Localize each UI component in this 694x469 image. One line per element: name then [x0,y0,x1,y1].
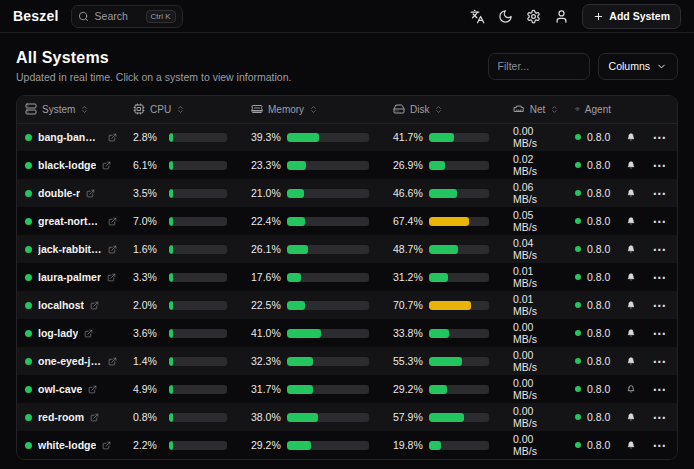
column-header-system[interactable]: System [17,96,125,123]
net-value: 0.00 MB/s [513,405,537,429]
alerts-bell-icon[interactable] [627,355,635,367]
table-row[interactable]: red-room 0.8% 38.0% 57.9% 0.00 MB/s 0.8.… [17,403,677,431]
net-value: 0.01 MB/s [513,265,537,289]
settings-icon[interactable] [526,9,541,24]
theme-toggle-icon[interactable] [498,9,513,24]
system-status-dot [25,358,32,365]
disk-value: 29.2% [393,383,422,395]
filter-input[interactable] [488,53,590,80]
net-value: 0.06 MB/s [513,181,537,205]
table-row[interactable]: black-lodge 6.1% 23.3% 26.9% 0.02 MB/s 0… [17,151,677,179]
row-menu-button[interactable]: ⋯ [651,410,669,424]
external-link-icon [88,385,97,394]
column-label: System [42,104,75,115]
table-row[interactable]: jack-rabbits-palace 1.6% 26.1% 48.7% 0.0… [17,235,677,263]
net-value: 0.02 MB/s [513,153,537,177]
disk-bar [429,161,489,170]
disk-value: 33.8% [393,327,422,339]
memory-value: 23.3% [251,159,280,171]
system-name: laura-palmer [38,271,101,283]
cpu-value: 1.4% [133,355,162,367]
row-menu-button[interactable]: ⋯ [651,382,669,396]
external-link-icon [86,189,95,198]
disk-bar [429,329,489,338]
alerts-bell-icon[interactable] [627,383,635,395]
row-menu-button[interactable]: ⋯ [651,186,669,200]
alerts-bell-icon[interactable] [627,271,635,283]
agent-status-dot [575,162,581,168]
disk-bar [429,441,489,450]
row-menu-button[interactable]: ⋯ [651,158,669,172]
columns-button[interactable]: Columns [598,53,678,80]
alerts-bell-icon[interactable] [627,299,635,311]
external-link-icon [84,329,93,338]
table-row[interactable]: great-northern 7.0% 22.4% 67.4% 0.05 MB/… [17,207,677,235]
memory-value: 22.5% [251,299,280,311]
column-header-net[interactable]: Net [505,96,567,123]
memory-value: 32.3% [251,355,280,367]
cpu-value: 3.6% [133,327,162,339]
system-status-dot [25,190,32,197]
alerts-bell-icon[interactable] [627,411,635,423]
table-row[interactable]: localhost 2.0% 22.5% 70.7% 0.01 MB/s 0.8… [17,291,677,319]
alerts-bell-icon[interactable] [627,327,635,339]
alerts-bell-icon[interactable] [627,215,635,227]
memory-bar [287,245,369,254]
net-value: 0.05 MB/s [513,209,537,233]
table-row[interactable]: laura-palmer 3.3% 17.6% 31.2% 0.01 MB/s … [17,263,677,291]
system-name: great-northern [38,215,102,227]
search-placeholder: Search [95,10,140,22]
row-menu-button[interactable]: ⋯ [651,354,669,368]
cpu-bar [169,301,227,310]
external-link-icon [90,301,99,310]
alerts-bell-icon[interactable] [627,187,635,199]
row-menu-button[interactable]: ⋯ [651,438,669,452]
add-system-button[interactable]: Add System [582,4,681,29]
user-icon[interactable] [554,9,569,24]
agent-status-dot [575,330,581,336]
disk-value: 26.9% [393,159,422,171]
alerts-bell-icon[interactable] [627,159,635,171]
row-menu-button[interactable]: ⋯ [651,242,669,256]
alerts-bell-icon[interactable] [627,439,635,451]
disk-bar [429,189,489,198]
system-status-dot [25,386,32,393]
table-row[interactable]: owl-cave 4.9% 31.7% 29.2% 0.00 MB/s 0.8.… [17,375,677,403]
column-header-agent[interactable]: Agent [567,96,619,123]
table-row[interactable]: white-lodge 2.2% 29.2% 19.8% 0.00 MB/s 0… [17,431,677,459]
disk-value: 31.2% [393,271,422,283]
table-row[interactable]: double-r 3.5% 21.0% 46.6% 0.06 MB/s 0.8.… [17,179,677,207]
table-row[interactable]: bang-bang-bar 2.8% 39.3% 41.7% 0.00 MB/s… [17,123,677,151]
row-menu-button[interactable]: ⋯ [651,270,669,284]
agent-status-dot [575,386,581,392]
column-header-disk[interactable]: Disk [385,96,505,123]
disk-value: 41.7% [393,131,422,143]
row-menu-button[interactable]: ⋯ [651,130,669,144]
alerts-bell-icon[interactable] [627,131,635,143]
cpu-bar [169,273,227,282]
alerts-bell-icon[interactable] [627,243,635,255]
column-header-memory[interactable]: Memory [243,96,385,123]
disk-value: 19.8% [393,439,422,451]
column-header-alerts [619,96,643,123]
table-row[interactable]: one-eyed-jacks 1.4% 32.3% 55.3% 0.00 MB/… [17,347,677,375]
main-content: All Systems Updated in real time. Click … [0,33,694,460]
system-name: one-eyed-jacks [38,355,102,367]
row-menu-button[interactable]: ⋯ [651,326,669,340]
disk-bar [429,273,489,282]
cpu-bar [169,385,227,394]
agent-status-dot [575,246,581,252]
table-row[interactable]: log-lady 3.6% 41.0% 33.8% 0.00 MB/s 0.8.… [17,319,677,347]
search-input[interactable]: Search Ctrl K [71,5,183,28]
external-link-icon [108,133,117,142]
chevron-down-icon [656,61,667,72]
languages-icon[interactable] [470,9,485,24]
columns-label: Columns [609,60,650,72]
disk-bar [429,301,489,310]
row-menu-button[interactable]: ⋯ [651,298,669,312]
column-header-cpu[interactable]: CPU [125,96,243,123]
cpu-bar [169,133,227,142]
sort-icon [550,105,559,114]
app-logo[interactable]: Beszel [13,8,59,24]
row-menu-button[interactable]: ⋯ [651,214,669,228]
